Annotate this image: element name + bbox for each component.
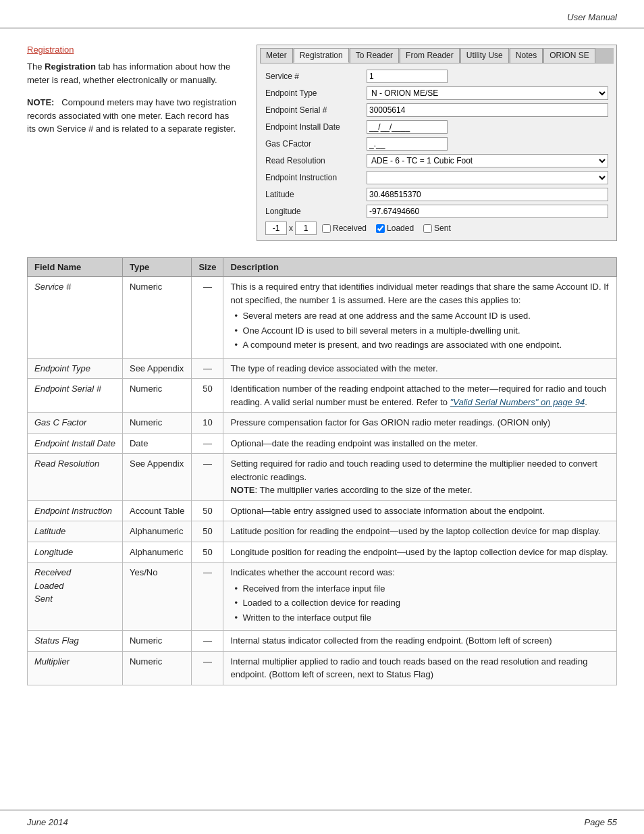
tab-notes[interactable]: Notes — [510, 48, 543, 63]
select-endpoint-type[interactable]: N - ORION ME/SE — [367, 86, 608, 100]
table-row: Gas C Factor Numeric 10 Pressure compens… — [28, 413, 617, 434]
form-body: Service # Endpoint Type N - ORION ME/SE — [260, 66, 614, 238]
checkbox-received-text: Received — [333, 224, 367, 233]
tab-bar: Meter Registration To Reader From Reader… — [260, 48, 614, 63]
form-row-endpoint-instruction: Endpoint Instruction — [265, 170, 608, 185]
type-cell: Alphanumeric — [122, 521, 191, 542]
label-latitude: Latitude — [265, 190, 367, 199]
tab-utility-use[interactable]: Utility Use — [460, 48, 509, 63]
field-name-cell: Read Resolution — [28, 454, 123, 501]
field-name-cell: Gas C Factor — [28, 413, 123, 434]
form-row-gas-cfactor: Gas CFactor — [265, 136, 608, 151]
spin-input-left[interactable] — [265, 221, 287, 235]
col-header-field-name: Field Name — [28, 258, 123, 277]
size-cell: 50 — [192, 379, 223, 413]
table-row: Read Resolution See Appendix — Setting r… — [28, 454, 617, 501]
field-latitude — [367, 188, 608, 201]
list-item: Several meters are read at one address a… — [230, 309, 610, 323]
desc-cell: The type of reading device associated wi… — [223, 358, 617, 379]
select-endpoint-instruction[interactable] — [367, 171, 608, 184]
main-content: Registration The Registration tab has in… — [0, 28, 644, 685]
tab-from-reader[interactable]: From Reader — [400, 48, 460, 63]
tab-to-reader[interactable]: To Reader — [350, 48, 399, 63]
registration-heading: Registration — [27, 45, 236, 55]
desc-cell: Pressure compensation factor for Gas ORI… — [223, 413, 617, 434]
form-row-latitude: Latitude — [265, 187, 608, 202]
size-cell: 10 — [192, 413, 223, 434]
label-install-date: Endpoint Install Date — [265, 122, 367, 132]
size-cell: — — [192, 277, 223, 359]
size-cell: 50 — [192, 542, 223, 563]
size-cell: — — [192, 433, 223, 454]
data-table: Field Name Type Size Description Service… — [27, 257, 617, 685]
size-cell: — — [192, 651, 223, 685]
table-row: Status Flag Numeric — Internal status in… — [28, 631, 617, 652]
list-item: Written to the interface output file — [230, 611, 610, 625]
select-read-resolution[interactable]: ADE - 6 - TC = 1 Cubic Foot — [367, 154, 608, 167]
type-cell: Numeric — [122, 413, 191, 434]
checkbox-received[interactable] — [322, 224, 331, 233]
table-row: Endpoint Instruction Account Table 50 Op… — [28, 500, 617, 521]
type-cell: Account Table — [122, 500, 191, 521]
type-cell: Date — [122, 433, 191, 454]
table-row: Longitude Alphanumeric 50 Longitude posi… — [28, 542, 617, 563]
tab-orion-se[interactable]: ORION SE — [543, 48, 595, 63]
table-row: Endpoint Install Date Date — Optional—da… — [28, 433, 617, 454]
field-name-cell: Endpoint Serial # — [28, 379, 123, 413]
input-gas-cfactor[interactable] — [367, 137, 448, 151]
checkbox-sent-label[interactable]: Sent — [423, 224, 451, 233]
input-service-num[interactable] — [367, 70, 448, 83]
table-row: Endpoint Type See Appendix — The type of… — [28, 358, 617, 379]
registration-text: Registration The Registration tab has in… — [27, 45, 236, 241]
checkbox-group: Received Loaded Sent — [322, 224, 451, 233]
checkbox-loaded-label[interactable]: Loaded — [376, 224, 414, 233]
desc-cell: Optional—date the reading endpoint was i… — [223, 433, 617, 454]
page-footer: June 2014 Page 55 — [0, 810, 644, 834]
list-item: Received from the interface input file — [230, 582, 610, 596]
tab-registration[interactable]: Registration — [294, 48, 349, 63]
field-endpoint-type: N - ORION ME/SE — [367, 86, 608, 100]
label-longitude: Longitude — [265, 207, 367, 216]
type-cell: Numeric — [122, 631, 191, 652]
desc-cell: Indicates whether the account record was… — [223, 563, 617, 631]
desc-cell: Latitude position for reading the endpoi… — [223, 521, 617, 542]
list-item: Loaded to a collection device for readin… — [230, 596, 610, 610]
label-read-resolution: Read Resolution — [265, 156, 367, 165]
list-item: A compound meter is present, and two rea… — [230, 338, 610, 352]
col-header-description: Description — [223, 258, 617, 277]
label-service-num: Service # — [265, 72, 367, 81]
type-cell: Yes/No — [122, 563, 191, 631]
form-row-service: Service # — [265, 69, 608, 84]
checkbox-received-label[interactable]: Received — [322, 224, 367, 233]
bullet-list: Several meters are read at one address a… — [230, 309, 610, 352]
spin-label-x: x — [289, 224, 293, 233]
footer-left: June 2014 — [27, 817, 68, 827]
field-name-cell: Endpoint Type — [28, 358, 123, 379]
checkbox-loaded[interactable] — [376, 224, 385, 233]
input-endpoint-serial[interactable] — [367, 103, 608, 117]
size-cell: — — [192, 631, 223, 652]
checkbox-sent[interactable] — [423, 224, 432, 233]
spin-input-right[interactable] — [295, 221, 317, 235]
form-row-endpoint-type: Endpoint Type N - ORION ME/SE — [265, 86, 608, 101]
footer-right: Page 55 — [585, 817, 617, 827]
input-longitude[interactable] — [367, 205, 608, 218]
bullet-list: Received from the interface input file L… — [230, 582, 610, 625]
form-row-install-date: Endpoint Install Date — [265, 120, 608, 134]
input-latitude[interactable] — [367, 188, 608, 201]
label-endpoint-instruction: Endpoint Instruction — [265, 173, 367, 182]
table-row: Endpoint Serial # Numeric 50 Identificat… — [28, 379, 617, 413]
desc-cell: Internal status indicator collected from… — [223, 631, 617, 652]
header-title: User Manual — [567, 12, 617, 22]
type-cell: See Appendix — [122, 358, 191, 379]
tab-meter[interactable]: Meter — [260, 48, 293, 63]
form-row-bottom: x Received Loaded — [265, 221, 608, 235]
field-name-cell: Longitude — [28, 542, 123, 563]
label-gas-cfactor: Gas CFactor — [265, 139, 367, 149]
registration-section: Registration The Registration tab has in… — [27, 45, 617, 241]
input-install-date[interactable] — [367, 120, 448, 134]
field-endpoint-serial — [367, 103, 608, 117]
page-header: User Manual — [0, 0, 644, 28]
registration-note: NOTE: Compound meters may have two regis… — [27, 96, 236, 136]
registration-bold: Registration — [45, 61, 96, 72]
